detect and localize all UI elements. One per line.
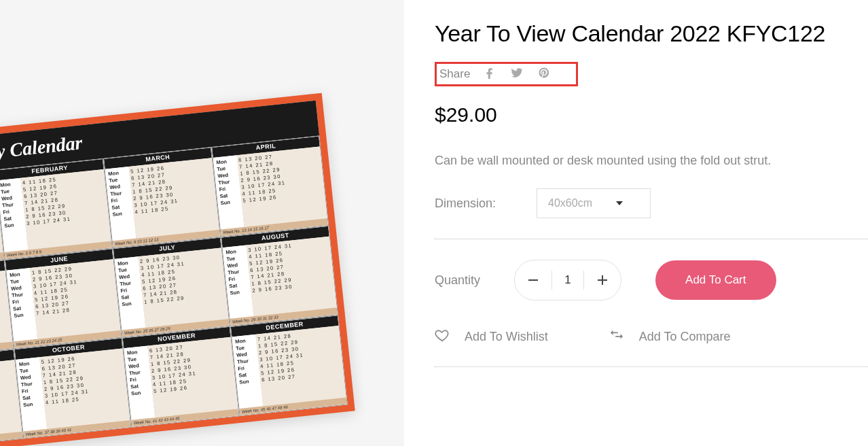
calendar-month: FEBRUARYMon4 11 18 25Tue5 12 19 26Wed6 1… [0,158,113,260]
quantity-plus-button[interactable] [584,260,621,300]
calendar-month: JULYMon2 9 16 23 30Tue3 10 17 24 31Wed4 … [113,237,230,338]
calendar-month: NOVEMBERMon6 13 20 27Tue7 14 21 28Wed1 8… [122,326,240,428]
svg-rect-2 [598,279,607,281]
divider [435,239,868,239]
calendar-month: OCTOBERMon5 12 19 26Tue6 13 20 27Wed7 14… [14,338,132,439]
chevron-down-icon [616,201,623,205]
calendar-month: MARCHMon5 12 19 26Tue6 13 20 27Wed7 14 2… [103,147,221,248]
quantity-row: Quantity 1 Add To Cart [435,260,868,301]
heart-icon [435,328,450,346]
quantity-stepper: 1 [514,260,621,301]
product-details: Year To View Calendar 2022 KFYC122 Share… [404,0,868,446]
dimension-row: Dimension: 40x60cm [435,188,868,218]
product-price: $29.00 [435,103,868,126]
facebook-icon[interactable] [484,67,496,82]
dimension-value: 40x60cm [548,197,592,209]
calendar-month-grid: JANUARYMon3 10 17 24 31Tue4 11 18 25Wed5… [0,135,348,446]
calendar-month: DECEMBERMon7 14 21 28Tue1 8 15 22 29Wed2… [230,315,348,416]
wishlist-label: Add To Wishlist [465,330,548,344]
pinterest-icon[interactable] [538,67,550,82]
share-row: Share [435,62,578,86]
dimension-select[interactable]: 40x60cm [537,188,651,218]
share-label: Share [439,67,470,81]
product-title: Year To View Calendar 2022 KFYC122 [435,20,868,47]
add-to-cart-button[interactable]: Add To Cart [655,260,776,300]
twitter-icon[interactable] [511,67,523,82]
compare-label: Add To Compare [639,330,731,344]
divider [435,366,868,367]
product-description: Can be wall mounted or desk mounted usin… [435,154,868,168]
compare-icon [609,328,624,346]
quantity-minus-button[interactable] [515,260,551,300]
calendar-month: AUGUSTMon3 10 17 24 31Tue4 11 18 25Wed5 … [221,225,338,326]
calendar-month: JUNEMon1 8 15 22 29Tue2 9 16 23 30Wed3 1… [5,248,122,349]
quantity-label: Quantity [435,273,480,288]
svg-rect-0 [528,279,538,281]
add-to-compare-button[interactable]: Add To Compare [609,328,731,346]
calendar-visual: early Calendar JANUARYMon3 10 17 24 31Tu… [0,93,355,446]
product-image-area: early Calendar JANUARYMon3 10 17 24 31Tu… [0,0,404,446]
add-to-wishlist-button[interactable]: Add To Wishlist [435,328,548,346]
dimension-label: Dimension: [435,196,496,211]
calendar-month: APRILMon6 13 20 27Tue7 14 21 28Wed1 8 15… [211,135,329,237]
quantity-value: 1 [552,273,583,287]
